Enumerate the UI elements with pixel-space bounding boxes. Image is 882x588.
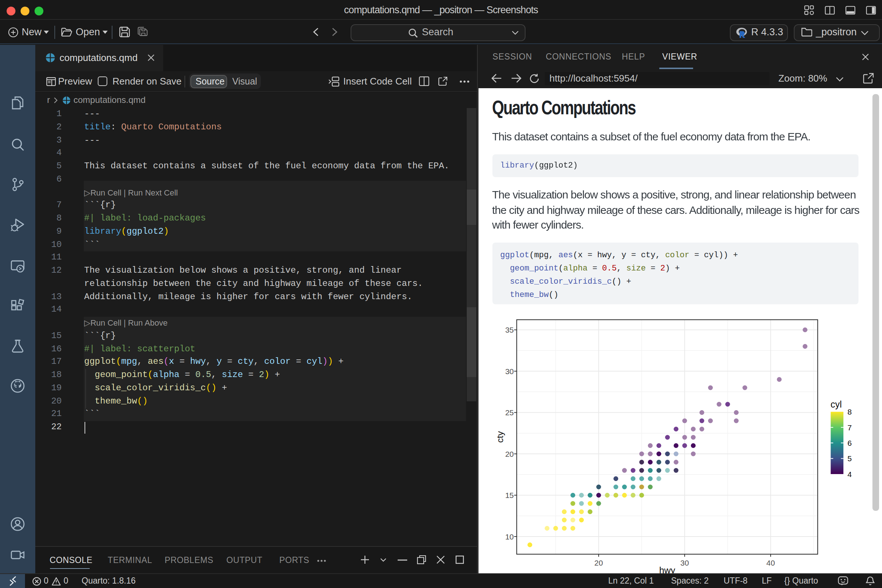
svg-text:35: 35	[505, 326, 513, 334]
svg-text:cyl: cyl	[830, 399, 842, 410]
svg-text:6: 6	[847, 439, 852, 447]
svg-text:10: 10	[505, 532, 513, 541]
svg-text:cty: cty	[495, 431, 505, 443]
svg-text:7: 7	[847, 423, 852, 432]
svg-text:30: 30	[505, 367, 513, 376]
svg-text:25: 25	[505, 408, 513, 417]
svg-text:20: 20	[594, 559, 602, 567]
svg-text:5: 5	[847, 454, 852, 463]
svg-text:8: 8	[847, 408, 852, 416]
svg-text:hwy: hwy	[659, 565, 675, 573]
svg-text:30: 30	[680, 559, 688, 567]
svg-text:15: 15	[505, 491, 513, 500]
svg-text:20: 20	[505, 450, 513, 458]
svg-text:4: 4	[847, 470, 852, 478]
svg-text:40: 40	[766, 559, 774, 567]
